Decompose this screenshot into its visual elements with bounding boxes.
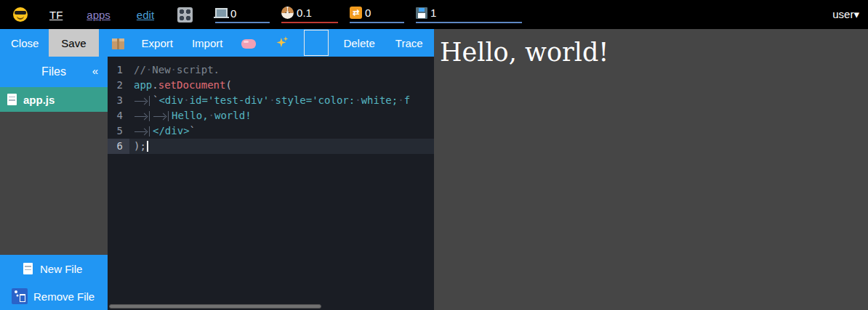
- hamster-stat[interactable]: 0.1: [281, 7, 338, 23]
- hamster-icon: [281, 7, 294, 19]
- package-button[interactable]: [112, 37, 124, 49]
- file-icon: [7, 94, 17, 105]
- code-content: </div>`: [129, 123, 434, 139]
- hamster-stat-value: 0.1: [297, 7, 312, 18]
- sparkles-button[interactable]: [275, 36, 288, 49]
- repeat-stat[interactable]: 0: [350, 7, 404, 23]
- file-list: app.js: [0, 87, 108, 112]
- text-cursor: [147, 141, 148, 152]
- line-number: 5: [108, 123, 129, 139]
- code-token: white;: [361, 94, 398, 106]
- code-token: (: [225, 79, 231, 91]
- doc-icon: [23, 263, 33, 274]
- preview-panel: Hello, world!: [434, 29, 868, 310]
- code-token: ·: [209, 110, 214, 121]
- code-token: app: [134, 79, 152, 91]
- code-token: id='test-div': [190, 94, 270, 106]
- code-content: app.setDocument(: [129, 78, 434, 93]
- code-token: <div: [158, 94, 183, 106]
- tab-marker: [134, 126, 150, 136]
- remove-file-button[interactable]: Remove File: [0, 282, 108, 310]
- floppy-stat[interactable]: 1: [416, 7, 522, 23]
- code-token: ·: [171, 64, 177, 76]
- code-content: `<div·id='test-div'·style='color:·white;…: [129, 93, 434, 108]
- sidebar-spacer: [0, 112, 108, 255]
- code-token: Hello,: [172, 110, 209, 121]
- code-line-5[interactable]: 5</div>`: [108, 123, 434, 139]
- sparkles-icon: [275, 36, 288, 49]
- delete-button[interactable]: Delete: [343, 37, 374, 49]
- code-line-6[interactable]: 6);: [108, 139, 434, 154]
- horizontal-scrollbar[interactable]: [109, 304, 321, 309]
- toolbar: CloseSaveExportImportDeleteTrace: [0, 29, 434, 57]
- code-content: //·New·script.: [129, 62, 434, 78]
- line-number: 1: [108, 62, 129, 78]
- litter-bin-icon: [12, 288, 28, 304]
- code-line-1[interactable]: 1//·New·script.: [108, 62, 434, 78]
- code-editor[interactable]: 1//·New·script.2app.setDocument(3`<div·i…: [108, 57, 434, 310]
- code-token: `: [190, 125, 196, 136]
- app-window: TF apps edit 00.101 user▾ CloseSaveExpor…: [0, 0, 868, 310]
- user-menu[interactable]: user▾: [832, 8, 859, 21]
- sidebar-collapse-button[interactable]: «: [92, 65, 98, 77]
- code-token: ·: [269, 94, 275, 106]
- sidebar-actions: New FileRemove File: [0, 255, 108, 310]
- preview-text: Hello, world!: [434, 29, 868, 67]
- line-number: 6: [108, 139, 129, 154]
- remove-file-button-label: Remove File: [33, 290, 95, 303]
- topbar-stats: 00.101: [215, 7, 522, 23]
- package-icon: [112, 38, 124, 49]
- line-number: 2: [108, 78, 129, 93]
- new-file-button-label: New File: [40, 263, 82, 275]
- line-number: 4: [108, 108, 129, 123]
- laptop-stat[interactable]: 0: [215, 8, 270, 23]
- code-content: );: [129, 139, 434, 154]
- floppy-icon: [416, 7, 427, 19]
- trace-button[interactable]: Trace: [395, 37, 423, 49]
- code-token: ·: [183, 94, 189, 106]
- code-token: style='color:: [276, 94, 355, 106]
- code-token: New: [152, 64, 170, 76]
- tab-marker: [134, 96, 150, 106]
- code-token: //: [134, 64, 146, 76]
- code-token: );: [134, 140, 146, 152]
- control-knobs-icon[interactable]: [177, 7, 193, 23]
- import-button[interactable]: Import: [192, 37, 223, 49]
- laptop-stat-value: 0: [230, 8, 236, 19]
- close-button[interactable]: Close: [11, 37, 39, 49]
- code-line-2[interactable]: 2app.setDocument(: [108, 78, 434, 93]
- editor-lines: 1//·New·script.2app.setDocument(3`<div·i…: [108, 62, 434, 154]
- nav-link-tf[interactable]: TF: [49, 9, 63, 21]
- nav-link-edit[interactable]: edit: [137, 9, 154, 21]
- export-button[interactable]: Export: [142, 37, 173, 49]
- nav-link-apps[interactable]: apps: [87, 9, 110, 21]
- tab-marker: [134, 111, 150, 121]
- code-token: .: [152, 79, 158, 91]
- sidebar: Files « app.js New FileRemove File: [0, 57, 108, 310]
- files-header: Files «: [0, 57, 108, 87]
- code-line-4[interactable]: 4Hello,·world!: [108, 108, 434, 123]
- code-line-3[interactable]: 3`<div·id='test-div'·style='color:·white…: [108, 93, 434, 108]
- code-token: setDocument: [158, 79, 226, 91]
- line-number: 3: [108, 93, 129, 108]
- files-header-title: Files: [41, 65, 66, 78]
- code-token: script.: [177, 64, 220, 76]
- save-button[interactable]: Save: [49, 29, 98, 57]
- tab-marker: [153, 111, 169, 121]
- file-name: app.js: [23, 94, 55, 106]
- file-item-app.js[interactable]: app.js: [0, 87, 108, 112]
- code-token: ·: [355, 94, 361, 106]
- new-file-button[interactable]: New File: [0, 255, 108, 282]
- soap-button[interactable]: [241, 37, 256, 49]
- repeat-stat-value: 0: [365, 7, 371, 18]
- code-content: Hello,·world!: [129, 108, 434, 123]
- code-token: </div>: [153, 125, 190, 136]
- floppy-stat-value: 1: [430, 7, 436, 18]
- toolbar-input[interactable]: [304, 30, 329, 56]
- repeat-icon: [350, 7, 362, 19]
- sunglasses-face-icon[interactable]: [13, 7, 28, 22]
- code-token: f: [404, 94, 410, 106]
- laptop-icon: [215, 8, 228, 17]
- soap-icon: [241, 39, 256, 49]
- topbar: TF apps edit 00.101 user▾: [0, 0, 868, 29]
